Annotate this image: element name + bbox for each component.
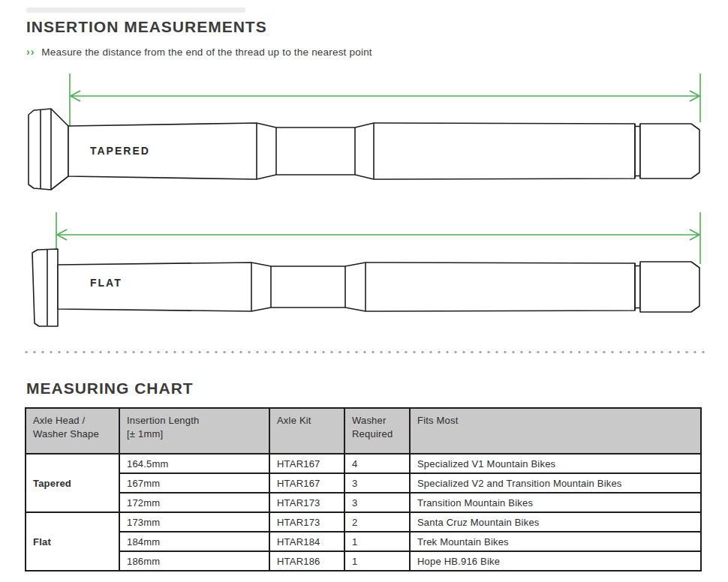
col-header-axle-head-washer-shape: Axle Head / Washer Shape <box>26 408 119 454</box>
flat-label: FLAT <box>90 277 122 289</box>
shape-tapered-cell: Tapered <box>26 454 119 512</box>
col-header-washer-required: Washer Required <box>344 408 410 454</box>
col-header-axle-kit: Axle Kit <box>269 408 344 454</box>
axle-shaft <box>68 123 635 179</box>
fits-most-cell: Specialized V1 Mountain Bikes <box>410 454 701 473</box>
dotted-divider <box>25 350 705 354</box>
insertion-length-cell: 172mm <box>119 493 269 512</box>
shape-flat-cell: Flat <box>26 512 119 571</box>
fits-most-cell: Santa Cruz Mountain Bikes <box>410 512 701 532</box>
tapered-axle-diagram: TAPERED <box>0 68 728 199</box>
table-row: 184mm HTAR184 1 Trek Mountain Bikes <box>26 532 701 551</box>
insertion-length-cell: 173mm <box>119 512 269 532</box>
washer-required-cell: 1 <box>344 532 410 551</box>
washer-required-cell: 2 <box>344 512 410 532</box>
axle-kit-cell: HTAR186 <box>269 551 344 571</box>
dimension-arrow-flat <box>56 212 700 264</box>
table-row: Flat 173mm HTAR173 2 Santa Cruz Mountain… <box>26 512 701 532</box>
axle-kit-cell: HTAR184 <box>269 532 344 551</box>
fits-most-cell: Hope HB.916 Bike <box>410 551 701 571</box>
measuring-chart-table: Axle Head / Washer Shape Insertion Lengt… <box>25 407 702 572</box>
insertion-length-cell: 164.5mm <box>119 454 269 473</box>
table-row: Tapered 164.5mm HTAR167 4 Specialized V1… <box>26 454 701 473</box>
fits-most-cell: Transition Mountain Bikes <box>410 493 701 512</box>
col-header-insertion-length: Insertion Length [± 1mm] <box>119 408 269 454</box>
page-title: INSERTION MEASUREMENTS <box>26 18 267 36</box>
col-header-fits-most: Fits Most <box>410 408 701 454</box>
flat-axle-diagram: FLAT <box>0 206 728 338</box>
axle-shaft <box>58 262 635 311</box>
washer-required-cell: 1 <box>344 551 410 571</box>
washer-required-cell: 4 <box>344 454 410 473</box>
table-row: 172mm HTAR173 3 Transition Mountain Bike… <box>26 493 701 512</box>
insertion-length-cell: 167mm <box>119 473 269 493</box>
washer-required-cell: 3 <box>344 493 410 512</box>
table-header-row: Axle Head / Washer Shape Insertion Lengt… <box>26 408 701 454</box>
flat-axle-head <box>32 249 58 326</box>
thread-end <box>640 262 699 312</box>
double-chevron-icon: ›› <box>26 46 35 58</box>
table-row: 186mm HTAR186 1 Hope HB.916 Bike <box>26 551 701 571</box>
axle-kit-cell: HTAR173 <box>269 512 344 532</box>
fits-most-cell: Trek Mountain Bikes <box>410 532 701 551</box>
manual-page: { "page": { "title": "INSERTION MEASUREM… <box>0 0 728 582</box>
thread-end <box>640 124 699 178</box>
section-title-measuring-chart: MEASURING CHART <box>26 380 194 398</box>
flat-axle-outline <box>32 249 699 326</box>
axle-kit-cell: HTAR167 <box>269 473 344 493</box>
axle-kit-cell: HTAR167 <box>269 454 344 473</box>
tapered-label: TAPERED <box>90 145 150 157</box>
axle-kit-cell: HTAR173 <box>269 493 344 512</box>
instruction-line: ›› Measure the distance from the end of … <box>26 46 372 58</box>
instruction-text: Measure the distance from the end of the… <box>41 46 372 58</box>
insertion-length-cell: 184mm <box>119 532 269 551</box>
washer-required-cell: 3 <box>344 473 410 493</box>
table-row: 167mm HTAR167 3 Specialized V2 and Trans… <box>26 473 701 493</box>
cropped-text-remnant <box>26 8 245 13</box>
tapered-axle-head <box>29 109 68 190</box>
dimension-arrow-tapered <box>70 74 700 129</box>
insertion-length-cell: 186mm <box>119 551 269 571</box>
fits-most-cell: Specialized V2 and Transition Mountain B… <box>410 473 701 493</box>
